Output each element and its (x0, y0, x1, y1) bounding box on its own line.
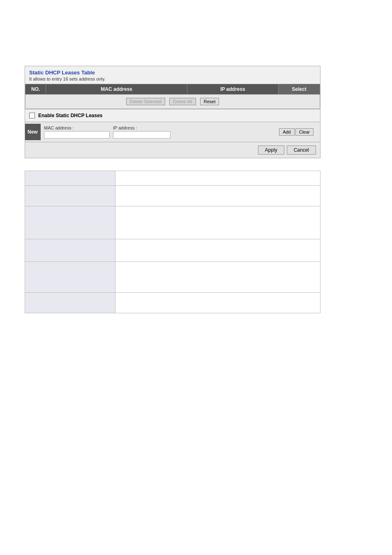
ip-address-label: IP address : (113, 125, 137, 130)
delete-all-button[interactable]: Delete All (169, 98, 196, 105)
add-clear-group: Add Clear (279, 128, 317, 136)
apply-cancel-row: Apply Cancel (25, 142, 320, 158)
lower-table (25, 171, 321, 313)
reset-button[interactable]: Reset (200, 98, 219, 105)
lower-table-cell-6-1 (25, 293, 115, 313)
lower-table-cell-3-1 (25, 206, 115, 239)
col-header-ip: IP address (187, 84, 278, 95)
lower-table-cell-1-1 (25, 171, 115, 186)
ip-address-input[interactable] (113, 131, 171, 139)
ip-field-group: IP address : (113, 125, 171, 139)
table-row (25, 206, 321, 239)
lower-table-cell-2-2 (115, 186, 321, 206)
lower-table-section (25, 171, 321, 313)
table-row (25, 186, 321, 206)
table-row (25, 293, 321, 313)
action-row: Delete Selected Delete All Reset (25, 95, 320, 109)
mac-field-group: MAC address : (44, 125, 110, 139)
lower-table-cell-5-1 (25, 262, 115, 293)
mac-address-input[interactable] (44, 131, 110, 139)
enable-static-dhcp-checkbox[interactable] (29, 113, 35, 118)
table-row (25, 239, 321, 262)
table-row (25, 262, 321, 293)
col-header-select: Select (278, 84, 320, 95)
new-entry-row: New MAC address : IP address : Add Clear (25, 122, 320, 142)
dhcp-leases-section: Static DHCP Leases Table It allows to en… (25, 66, 321, 158)
col-header-mac: MAC address (46, 84, 187, 95)
mac-address-label: MAC address : (44, 125, 74, 130)
enable-static-dhcp-label: Enable Static DHCP Leases (38, 113, 103, 118)
dhcp-table: NO. MAC address IP address Select Delete… (25, 84, 320, 109)
new-entry-inner: MAC address : IP address : Add Clear (41, 124, 320, 140)
apply-button[interactable]: Apply (258, 146, 284, 155)
lower-table-cell-2-1 (25, 186, 115, 206)
dhcp-title: Static DHCP Leases Table (25, 66, 320, 76)
add-button[interactable]: Add (279, 128, 295, 136)
new-label: New (25, 124, 41, 140)
lower-table-cell-4-1 (25, 239, 115, 262)
table-row (25, 171, 321, 186)
lower-table-cell-1-2 (115, 171, 321, 186)
lower-table-cell-4-2 (115, 239, 321, 262)
cancel-button[interactable]: Cancel (287, 146, 316, 155)
clear-button[interactable]: Clear (295, 128, 314, 136)
enable-row: Enable Static DHCP Leases (25, 109, 320, 122)
lower-table-cell-6-2 (115, 293, 321, 313)
delete-selected-button[interactable]: Delete Selected (126, 98, 166, 105)
lower-table-cell-3-2 (115, 206, 321, 239)
lower-table-cell-5-2 (115, 262, 321, 293)
dhcp-subtitle: It allows to entry 16 sets address only. (25, 76, 320, 84)
col-header-no: NO. (25, 84, 46, 95)
